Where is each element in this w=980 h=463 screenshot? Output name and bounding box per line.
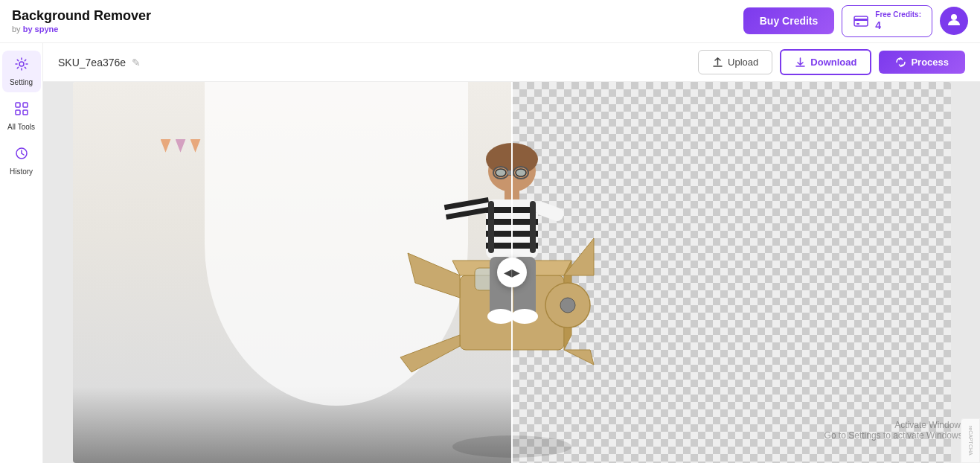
process-button[interactable]: Process bbox=[879, 51, 965, 74]
svg-rect-5 bbox=[16, 103, 20, 107]
sidebar: Setting All Tools History bbox=[0, 43, 43, 463]
svg-rect-6 bbox=[23, 103, 28, 107]
credits-label: Free Credits: bbox=[875, 10, 921, 19]
all-tools-icon bbox=[14, 101, 29, 120]
user-icon bbox=[947, 12, 961, 31]
sidebar-label-all-tools: All Tools bbox=[7, 123, 35, 131]
svg-rect-1 bbox=[854, 19, 868, 21]
sku-text: SKU_7ea376e bbox=[58, 57, 126, 68]
credits-count: 4 bbox=[875, 19, 921, 32]
buy-credits-button[interactable]: Buy Credits bbox=[743, 7, 835, 34]
history-icon bbox=[14, 146, 29, 165]
setting-icon bbox=[14, 57, 29, 75]
upload-icon bbox=[712, 57, 723, 68]
toolbar-bar: SKU_7ea376e ✎ Upload Download Pro bbox=[43, 43, 980, 82]
svg-rect-2 bbox=[856, 23, 859, 25]
svg-point-3 bbox=[951, 14, 957, 20]
credits-box[interactable]: Free Credits: 4 bbox=[842, 5, 932, 37]
sidebar-item-history[interactable]: History bbox=[2, 140, 41, 182]
credits-icon bbox=[853, 13, 869, 29]
comparison-container[interactable]: ◀▶ bbox=[73, 82, 951, 463]
credits-text: Free Credits: 4 bbox=[875, 10, 921, 32]
main-canvas-area: ◀▶ bbox=[43, 82, 980, 463]
sidebar-label-setting: Setting bbox=[10, 78, 33, 86]
process-icon bbox=[895, 57, 906, 68]
sidebar-item-all-tools[interactable]: All Tools bbox=[2, 95, 41, 137]
app-title: Background Remover bbox=[12, 8, 151, 25]
svg-rect-0 bbox=[854, 16, 868, 26]
original-image-side bbox=[73, 82, 512, 463]
upload-button[interactable]: Upload bbox=[698, 50, 772, 74]
toolbar-right: Upload Download Process bbox=[698, 49, 965, 75]
svg-point-4 bbox=[19, 62, 24, 66]
app-subtitle: by by spyne bbox=[12, 25, 151, 34]
recaptcha-badge: reCAPTCHA bbox=[961, 418, 980, 463]
header-actions: Buy Credits Free Credits: 4 bbox=[743, 5, 968, 37]
edit-icon[interactable]: ✎ bbox=[132, 57, 141, 68]
sidebar-label-history: History bbox=[10, 167, 33, 176]
avatar-button[interactable] bbox=[940, 7, 968, 35]
sku-container: SKU_7ea376e ✎ bbox=[58, 57, 141, 68]
sidebar-item-setting[interactable]: Setting bbox=[2, 51, 41, 92]
logo: Background Remover by by spyne bbox=[12, 8, 151, 34]
app-header: Background Remover by by spyne Buy Credi… bbox=[0, 0, 980, 43]
download-button[interactable]: Download bbox=[780, 49, 871, 75]
svg-rect-7 bbox=[16, 110, 20, 115]
download-icon bbox=[795, 57, 806, 68]
divider-arrows-icon: ◀▶ bbox=[504, 266, 520, 278]
svg-rect-8 bbox=[23, 110, 28, 115]
comparison-divider-handle[interactable]: ◀▶ bbox=[497, 258, 527, 287]
